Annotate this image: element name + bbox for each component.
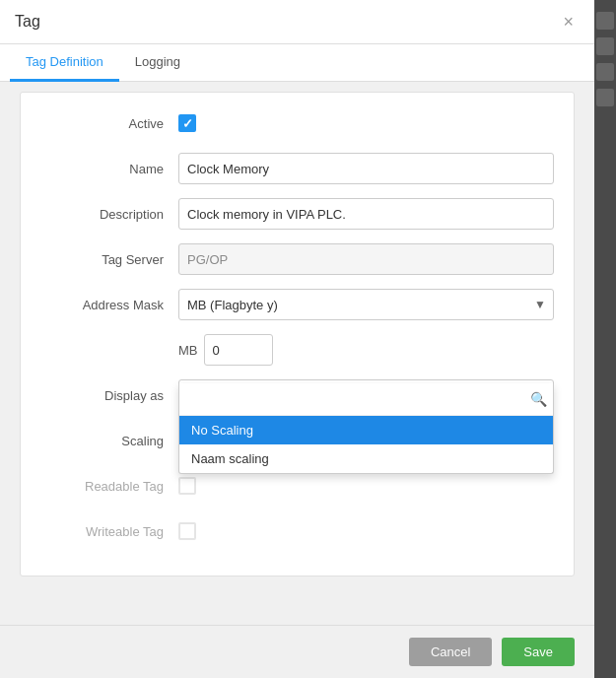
active-checkbox-wrap bbox=[178, 114, 196, 132]
name-label: Name bbox=[40, 162, 178, 176]
address-mask-row: Address Mask MB (Flagbyte y) MW MD ▼ bbox=[40, 289, 554, 320]
writeable-tag-checkbox[interactable] bbox=[178, 522, 196, 540]
name-row: Name bbox=[40, 153, 554, 184]
description-label: Description bbox=[40, 207, 178, 222]
search-icon: 🔍 bbox=[530, 391, 547, 407]
name-input[interactable] bbox=[178, 153, 554, 184]
writeable-tag-row: Writeable Tag bbox=[40, 515, 554, 547]
cancel-button[interactable]: Cancel bbox=[409, 638, 492, 666]
mb-prefix-label: MB bbox=[178, 343, 198, 358]
dropdown-search-row: 🔍 bbox=[179, 383, 553, 416]
readable-tag-checkbox-wrap bbox=[178, 477, 196, 495]
sidebar-btn-2[interactable] bbox=[596, 37, 614, 55]
tab-logging[interactable]: Logging bbox=[119, 44, 196, 82]
readable-tag-checkbox[interactable] bbox=[178, 477, 196, 495]
form-card: Active Name Description Tag Server bbox=[20, 92, 575, 576]
scaling-label: Scaling bbox=[40, 434, 178, 448]
sidebar-strip bbox=[594, 0, 616, 678]
sidebar-btn-1[interactable] bbox=[596, 12, 614, 30]
dialog: Tag × Tag Definition Logging Active Name bbox=[0, 0, 594, 678]
tag-server-input[interactable] bbox=[178, 243, 554, 275]
active-checkbox[interactable] bbox=[178, 114, 196, 132]
address-mask-select[interactable]: MB (Flagbyte y) MW MD bbox=[178, 289, 554, 320]
display-as-label: Display as bbox=[40, 388, 178, 403]
sidebar-btn-4[interactable] bbox=[596, 89, 614, 106]
readable-tag-row: Readable Tag bbox=[40, 470, 554, 502]
tabs-bar: Tag Definition Logging bbox=[0, 44, 594, 82]
description-row: Description bbox=[40, 198, 554, 230]
address-mask-select-wrap: MB (Flagbyte y) MW MD ▼ bbox=[178, 289, 554, 320]
tag-server-row: Tag Server bbox=[40, 243, 554, 275]
sidebar-btn-3[interactable] bbox=[596, 63, 614, 81]
save-button[interactable]: Save bbox=[502, 638, 575, 666]
dialog-title: Tag bbox=[15, 13, 40, 31]
writeable-tag-label: Writeable Tag bbox=[40, 524, 178, 539]
scaling-dropdown-popup: 🔍 No Scaling Naam scaling bbox=[178, 383, 554, 474]
writeable-tag-checkbox-wrap bbox=[178, 522, 196, 540]
mb-input[interactable] bbox=[204, 334, 273, 366]
mb-row: MB bbox=[40, 334, 554, 366]
bottom-bar: Cancel Save bbox=[0, 625, 594, 678]
dropdown-item-no-scaling[interactable]: No Scaling bbox=[179, 416, 553, 444]
dropdown-item-naam-scaling[interactable]: Naam scaling bbox=[179, 444, 553, 473]
tab-tag-definition[interactable]: Tag Definition bbox=[10, 44, 119, 82]
active-label: Active bbox=[40, 116, 178, 131]
form-area: Active Name Description Tag Server bbox=[0, 82, 594, 625]
dropdown-search-input[interactable] bbox=[185, 387, 530, 411]
tag-server-label: Tag Server bbox=[40, 252, 178, 267]
active-row: Active bbox=[40, 107, 554, 139]
title-bar: Tag × bbox=[0, 0, 594, 44]
close-button[interactable]: × bbox=[557, 11, 580, 33]
readable-tag-label: Readable Tag bbox=[40, 479, 178, 494]
address-mask-label: Address Mask bbox=[40, 298, 178, 312]
description-input[interactable] bbox=[178, 198, 554, 230]
